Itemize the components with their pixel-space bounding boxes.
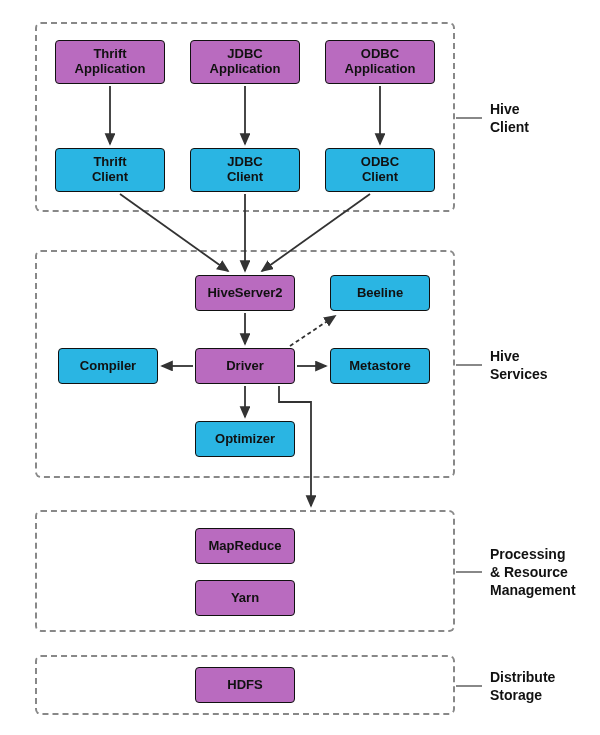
hiveserver2: HiveServer2: [195, 275, 295, 311]
driver: Driver: [195, 348, 295, 384]
metastore: Metastore: [330, 348, 430, 384]
odbc-client: ODBC Client: [325, 148, 435, 192]
label-hive-services: Hive Services: [490, 347, 548, 383]
mapreduce: MapReduce: [195, 528, 295, 564]
thrift-application: Thrift Application: [55, 40, 165, 84]
label-hive-client: Hive Client: [490, 100, 529, 136]
thrift-client: Thrift Client: [55, 148, 165, 192]
optimizer: Optimizer: [195, 421, 295, 457]
jdbc-application: JDBC Application: [190, 40, 300, 84]
yarn: Yarn: [195, 580, 295, 616]
tick-services: [456, 364, 482, 366]
tick-client: [456, 117, 482, 119]
tick-processing: [456, 571, 482, 573]
odbc-application: ODBC Application: [325, 40, 435, 84]
label-storage: Distribute Storage: [490, 668, 555, 704]
jdbc-client: JDBC Client: [190, 148, 300, 192]
beeline: Beeline: [330, 275, 430, 311]
compiler: Compiler: [58, 348, 158, 384]
hdfs: HDFS: [195, 667, 295, 703]
label-processing: Processing & Resource Management: [490, 545, 576, 600]
tick-storage: [456, 685, 482, 687]
